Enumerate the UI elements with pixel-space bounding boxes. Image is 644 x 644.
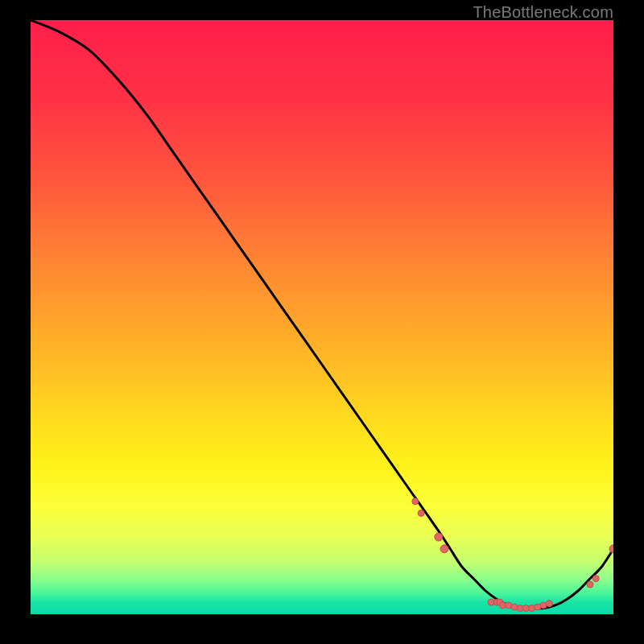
watermark-text: TheBottleneck.com <box>473 3 613 22</box>
chart-stage: TheBottleneck.com <box>0 0 644 644</box>
chart-background-gradient <box>31 20 613 614</box>
